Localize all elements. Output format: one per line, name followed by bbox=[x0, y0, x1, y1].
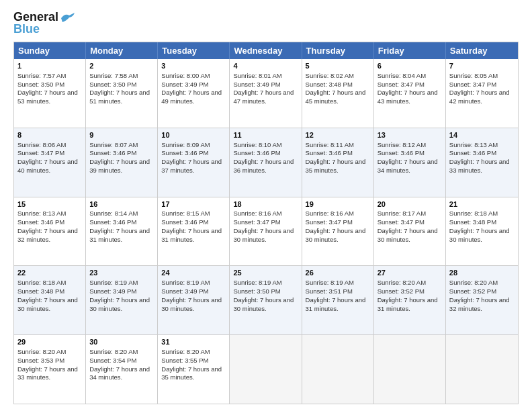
calendar-cell: 6Sunrise: 8:04 AMSunset: 3:47 PMDaylight… bbox=[374, 59, 446, 128]
calendar-cell: 19Sunrise: 8:16 AMSunset: 3:47 PMDayligh… bbox=[302, 197, 374, 266]
sunrise-text: Sunrise: 8:02 AM bbox=[306, 72, 354, 79]
calendar-cell: 28Sunrise: 8:20 AMSunset: 3:52 PMDayligh… bbox=[446, 266, 518, 334]
sunset-text: Sunset: 3:46 PM bbox=[161, 218, 208, 226]
sunset-text: Sunset: 3:50 PM bbox=[233, 287, 280, 295]
calendar-cell: 2Sunrise: 7:58 AMSunset: 3:50 PMDaylight… bbox=[86, 59, 158, 128]
calendar-cell: 16Sunrise: 8:14 AMSunset: 3:46 PMDayligh… bbox=[86, 197, 158, 266]
sunrise-text: Sunrise: 8:12 AM bbox=[378, 141, 426, 148]
day-number: 26 bbox=[306, 268, 370, 278]
daylight-text: Daylight: 7 hours and 53 minutes. bbox=[17, 89, 78, 105]
daylight-text: Daylight: 7 hours and 37 minutes. bbox=[161, 158, 222, 174]
calendar-cell: 7Sunrise: 8:05 AMSunset: 3:47 PMDaylight… bbox=[446, 59, 518, 128]
sunset-text: Sunset: 3:49 PM bbox=[161, 81, 208, 88]
sunset-text: Sunset: 3:52 PM bbox=[449, 287, 496, 295]
daylight-text: Daylight: 7 hours and 33 minutes. bbox=[17, 365, 78, 381]
sunset-text: Sunset: 3:48 PM bbox=[306, 81, 353, 88]
sunrise-text: Sunrise: 8:19 AM bbox=[161, 279, 210, 286]
calendar-cell: 9Sunrise: 8:07 AMSunset: 3:46 PMDaylight… bbox=[86, 128, 158, 197]
sunrise-text: Sunrise: 8:13 AM bbox=[449, 141, 498, 148]
day-number: 22 bbox=[17, 268, 82, 278]
calendar-row-4: 22Sunrise: 8:18 AMSunset: 3:48 PMDayligh… bbox=[14, 265, 518, 334]
daylight-text: Daylight: 7 hours and 40 minutes. bbox=[17, 158, 78, 174]
sunset-text: Sunset: 3:47 PM bbox=[17, 149, 64, 156]
day-number: 10 bbox=[161, 130, 226, 140]
calendar-cell bbox=[230, 335, 302, 404]
calendar-row-3: 15Sunrise: 8:13 AMSunset: 3:46 PMDayligh… bbox=[14, 197, 518, 266]
calendar-cell: 25Sunrise: 8:19 AMSunset: 3:50 PMDayligh… bbox=[230, 266, 302, 334]
calendar-cell bbox=[302, 335, 374, 404]
sunrise-text: Sunrise: 8:00 AM bbox=[161, 72, 210, 79]
sunrise-text: Sunrise: 8:04 AM bbox=[378, 72, 426, 79]
sunset-text: Sunset: 3:47 PM bbox=[378, 81, 425, 88]
weekday-header-monday: Monday bbox=[86, 42, 158, 59]
sunset-text: Sunset: 3:46 PM bbox=[378, 149, 425, 156]
daylight-text: Daylight: 7 hours and 36 minutes. bbox=[233, 158, 294, 174]
sunset-text: Sunset: 3:48 PM bbox=[17, 287, 64, 295]
calendar-cell: 11Sunrise: 8:10 AMSunset: 3:46 PMDayligh… bbox=[230, 128, 302, 197]
day-number: 15 bbox=[17, 199, 82, 210]
calendar-cell: 14Sunrise: 8:13 AMSunset: 3:46 PMDayligh… bbox=[446, 128, 518, 197]
day-number: 16 bbox=[89, 199, 154, 210]
calendar-cell: 17Sunrise: 8:15 AMSunset: 3:46 PMDayligh… bbox=[158, 197, 230, 266]
sunrise-text: Sunrise: 8:20 AM bbox=[17, 348, 66, 355]
sunset-text: Sunset: 3:48 PM bbox=[449, 218, 496, 226]
day-number: 5 bbox=[306, 61, 370, 71]
daylight-text: Daylight: 7 hours and 30 minutes. bbox=[89, 296, 150, 312]
daylight-text: Daylight: 7 hours and 30 minutes. bbox=[449, 227, 510, 243]
daylight-text: Daylight: 7 hours and 32 minutes. bbox=[17, 227, 78, 243]
sunset-text: Sunset: 3:46 PM bbox=[89, 149, 136, 156]
calendar-cell: 8Sunrise: 8:06 AMSunset: 3:47 PMDaylight… bbox=[14, 128, 86, 197]
sunrise-text: Sunrise: 8:11 AM bbox=[306, 141, 354, 148]
calendar-cell: 24Sunrise: 8:19 AMSunset: 3:49 PMDayligh… bbox=[158, 266, 230, 334]
day-number: 14 bbox=[449, 130, 515, 140]
day-number: 4 bbox=[233, 61, 298, 71]
calendar-cell: 27Sunrise: 8:20 AMSunset: 3:52 PMDayligh… bbox=[374, 266, 446, 334]
day-number: 7 bbox=[449, 61, 515, 71]
sunset-text: Sunset: 3:47 PM bbox=[449, 81, 496, 88]
day-number: 8 bbox=[17, 130, 82, 140]
day-number: 24 bbox=[161, 268, 226, 278]
logo-blue: Blue bbox=[13, 22, 40, 36]
day-number: 13 bbox=[378, 130, 442, 140]
day-number: 19 bbox=[306, 199, 370, 210]
sunset-text: Sunset: 3:47 PM bbox=[233, 218, 280, 226]
day-number: 2 bbox=[89, 61, 154, 71]
calendar-cell: 15Sunrise: 8:13 AMSunset: 3:46 PMDayligh… bbox=[14, 197, 86, 266]
calendar-cell: 21Sunrise: 8:18 AMSunset: 3:48 PMDayligh… bbox=[446, 197, 518, 266]
calendar: SundayMondayTuesdayWednesdayThursdayFrid… bbox=[13, 42, 519, 404]
calendar-cell: 3Sunrise: 8:00 AMSunset: 3:49 PMDaylight… bbox=[158, 59, 230, 128]
day-number: 12 bbox=[306, 130, 370, 140]
sunrise-text: Sunrise: 8:20 AM bbox=[89, 348, 138, 355]
weekday-header-wednesday: Wednesday bbox=[230, 42, 302, 59]
sunrise-text: Sunrise: 8:19 AM bbox=[233, 279, 281, 286]
daylight-text: Daylight: 7 hours and 30 minutes. bbox=[378, 227, 438, 243]
calendar-cell: 18Sunrise: 8:16 AMSunset: 3:47 PMDayligh… bbox=[230, 197, 302, 266]
daylight-text: Daylight: 7 hours and 30 minutes. bbox=[233, 296, 294, 312]
daylight-text: Daylight: 7 hours and 43 minutes. bbox=[378, 89, 438, 105]
calendar-cell: 29Sunrise: 8:20 AMSunset: 3:53 PMDayligh… bbox=[14, 335, 86, 404]
calendar-cell: 20Sunrise: 8:17 AMSunset: 3:47 PMDayligh… bbox=[374, 197, 446, 266]
calendar-row-5: 29Sunrise: 8:20 AMSunset: 3:53 PMDayligh… bbox=[14, 334, 518, 404]
sunset-text: Sunset: 3:46 PM bbox=[161, 149, 208, 156]
sunrise-text: Sunrise: 8:20 AM bbox=[449, 279, 498, 286]
daylight-text: Daylight: 7 hours and 31 minutes. bbox=[89, 227, 150, 243]
sunrise-text: Sunrise: 8:19 AM bbox=[306, 279, 354, 286]
daylight-text: Daylight: 7 hours and 31 minutes. bbox=[378, 296, 438, 312]
daylight-text: Daylight: 7 hours and 47 minutes. bbox=[233, 89, 294, 105]
calendar-cell: 26Sunrise: 8:19 AMSunset: 3:51 PMDayligh… bbox=[302, 266, 374, 334]
sunset-text: Sunset: 3:46 PM bbox=[306, 149, 353, 156]
daylight-text: Daylight: 7 hours and 35 minutes. bbox=[161, 365, 222, 381]
daylight-text: Daylight: 7 hours and 39 minutes. bbox=[89, 158, 150, 174]
weekday-header-sunday: Sunday bbox=[14, 42, 86, 59]
weekday-header-tuesday: Tuesday bbox=[158, 42, 230, 59]
day-number: 29 bbox=[17, 337, 82, 347]
calendar-cell: 13Sunrise: 8:12 AMSunset: 3:46 PMDayligh… bbox=[374, 128, 446, 197]
sunset-text: Sunset: 3:46 PM bbox=[233, 149, 280, 156]
daylight-text: Daylight: 7 hours and 31 minutes. bbox=[161, 227, 222, 243]
calendar-cell: 23Sunrise: 8:19 AMSunset: 3:49 PMDayligh… bbox=[86, 266, 158, 334]
daylight-text: Daylight: 7 hours and 42 minutes. bbox=[449, 89, 510, 105]
sunset-text: Sunset: 3:55 PM bbox=[161, 357, 208, 364]
sunrise-text: Sunrise: 8:05 AM bbox=[449, 72, 498, 79]
sunrise-text: Sunrise: 8:06 AM bbox=[17, 141, 66, 148]
sunrise-text: Sunrise: 8:20 AM bbox=[378, 279, 426, 286]
